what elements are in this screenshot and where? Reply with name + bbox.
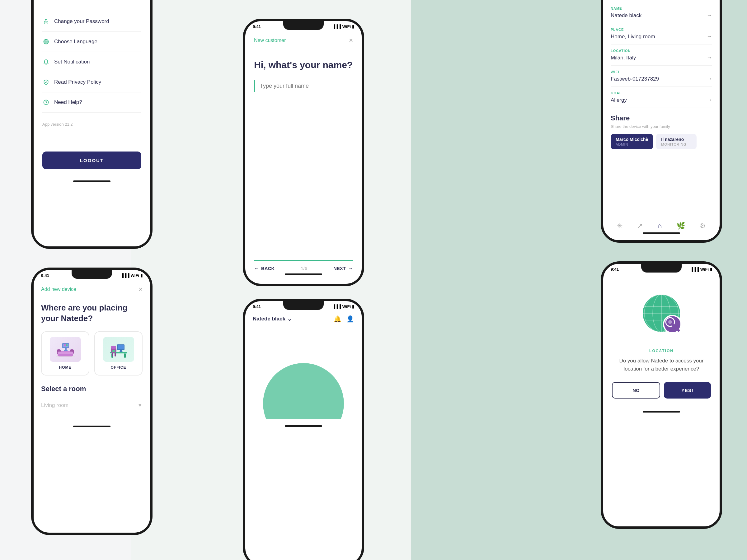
field-label-goal: GOAL: [611, 91, 712, 95]
fan-icon[interactable]: ✳: [617, 222, 622, 230]
logout-button[interactable]: LOGOUT: [42, 152, 141, 169]
page-indicator: 1/6: [301, 266, 307, 271]
notch-2: [283, 21, 324, 30]
location-question: Do you allow Natede to access your locat…: [612, 357, 711, 373]
svg-point-41: [668, 320, 672, 324]
home-nav-icon[interactable]: ⌂: [658, 222, 662, 230]
field-row-goal[interactable]: Allergy →: [611, 97, 712, 103]
room-dropdown[interactable]: Living room ▼: [41, 398, 143, 413]
nav-bar-2: ← BACK 1/6 NEXT →: [245, 255, 362, 284]
share-title: Share: [611, 114, 712, 122]
field-row-name[interactable]: Natede black →: [611, 12, 712, 19]
settings-item-help[interactable]: ? Need Help?: [42, 92, 141, 113]
place-header: Add new device ×: [34, 279, 150, 296]
user-dash-icon[interactable]: 👤: [346, 315, 354, 323]
svg-rect-31: [112, 350, 115, 352]
location-body: LOCATION Do you allow Natede to access y…: [603, 273, 720, 407]
field-row-location[interactable]: Milan, Italy →: [611, 54, 712, 61]
device-selector[interactable]: Natede black ⌄: [253, 316, 292, 322]
phone-new-customer-inner: 9:41 ▐▐▐ WiFi ▮ New customer × Hi, what'…: [245, 21, 362, 284]
notch-5: [283, 301, 324, 310]
signal-icon-6: ▐▐▐: [690, 267, 699, 272]
home-bar-5: [285, 425, 322, 427]
phone-settings-inner: 9:41 ▐▐▐ WiFi ▮ Change your Password: [34, 0, 150, 246]
status-time-4: 9:41: [41, 273, 49, 278]
field-value-wifi: Fastweb-017237829: [611, 76, 659, 82]
field-row-wifi[interactable]: Fastweb-017237829 →: [611, 76, 712, 82]
next-button[interactable]: NEXT →: [333, 266, 353, 271]
device-name: Natede black: [253, 316, 285, 322]
app-version: App version 21.2: [42, 122, 141, 127]
yes-button[interactable]: YES!: [664, 382, 711, 399]
share-user-monitoring[interactable]: Il nazareno MONITORING: [656, 134, 697, 149]
share-user-admin[interactable]: Marco Miccichè ADMIN: [611, 134, 653, 149]
notification-dash-icon[interactable]: 🔔: [334, 315, 341, 323]
back-button[interactable]: ← BACK: [254, 266, 275, 271]
notification-label: Set Notification: [54, 59, 89, 65]
dashboard-header: Natede black ⌄ 🔔 👤: [245, 310, 362, 326]
wifi-icon-2: WiFi: [342, 24, 351, 29]
dropdown-chevron: ▼: [137, 402, 143, 408]
svg-point-1: [46, 22, 47, 23]
settings-item-language[interactable]: Choose Language: [42, 32, 141, 52]
arrow-wifi: →: [706, 76, 712, 82]
settings-content: Change your Password Choose Language: [34, 0, 150, 178]
status-icons-4: ▐▐▐ WiFi ▮: [121, 273, 143, 278]
place-title: Where are you placing your Natede?: [41, 303, 143, 324]
home-bar-6: [643, 411, 680, 412]
arrow-location: →: [706, 54, 712, 61]
back-arrow: ←: [254, 266, 259, 271]
close-button-4[interactable]: ×: [138, 285, 143, 293]
home-bar-4: [73, 426, 110, 427]
home-bar-1: [73, 181, 110, 182]
phone-dashboard: 9:41 ▐▐▐ WiFi ▮ Natede black ⌄ 🔔 👤: [243, 299, 364, 560]
home-option-label: HOME: [59, 365, 72, 370]
air-quality-dome: [263, 363, 344, 419]
signal-icon-4: ▐▐▐: [121, 273, 129, 278]
home-bar-3: [643, 232, 680, 234]
svg-rect-24: [118, 345, 124, 349]
field-name: NAME Natede black →: [611, 2, 712, 23]
battery-icon-2: ▮: [352, 24, 354, 29]
notch-4: [72, 270, 112, 279]
field-label-wifi: WIFI: [611, 70, 712, 74]
svg-rect-29: [114, 353, 116, 356]
close-button-2[interactable]: ×: [349, 36, 353, 45]
new-customer-header: New customer ×: [245, 30, 362, 50]
leaf-icon[interactable]: 🌿: [677, 222, 685, 230]
admin-role: ADMIN: [616, 142, 648, 146]
settings-icon[interactable]: ⚙: [700, 222, 706, 230]
phone-dashboard-inner: 9:41 ▐▐▐ WiFi ▮ Natede black ⌄ 🔔 👤: [245, 301, 362, 560]
home-option[interactable]: HOME: [41, 331, 89, 375]
settings-item-notification[interactable]: Set Notification: [42, 52, 141, 72]
wifi-icon-5: WiFi: [342, 304, 351, 309]
room-select-title: Select a room: [41, 385, 143, 393]
bottom-nav-3: ✳ ↗ ⌂ 🌿 ⚙: [603, 218, 720, 240]
admin-name: Marco Miccichè: [616, 137, 648, 142]
name-input[interactable]: [254, 80, 353, 92]
svg-rect-12: [58, 351, 73, 354]
svg-rect-25: [120, 350, 122, 351]
svg-rect-18: [66, 344, 68, 346]
phone-place-device: 9:41 ▐▐▐ WiFi ▮ Add new device × Where a…: [31, 268, 153, 535]
no-button[interactable]: NO: [612, 382, 660, 399]
signal-icon-2: ▐▐▐: [332, 24, 341, 29]
phone-settings: 9:41 ▐▐▐ WiFi ▮ Change your Password: [31, 0, 153, 249]
phone-device-settings-inner: 9:41 ▐▐▐ WiFi ▮ NAME Natede black → PLAC…: [603, 0, 720, 240]
settings-item-privacy[interactable]: Read Privacy Policy: [42, 72, 141, 92]
phone-location-inner: 9:41 ▐▐▐ WiFi ▮: [603, 264, 720, 526]
bell-icon: [42, 58, 50, 65]
settings-item-password[interactable]: Change your Password: [42, 11, 141, 32]
arrow-name: →: [706, 12, 712, 19]
office-option-label: OFFICE: [111, 365, 126, 370]
office-illustration: [108, 340, 129, 359]
svg-rect-28: [112, 353, 113, 356]
field-wifi: WIFI Fastweb-017237829 →: [611, 65, 712, 87]
nav-items-3: ✳ ↗ ⌂ 🌿 ⚙: [610, 222, 713, 230]
home-bar-2: [285, 273, 322, 275]
field-label-location: LOCATION: [611, 49, 712, 53]
status-time-2: 9:41: [253, 24, 261, 29]
field-row-place[interactable]: Home, Living room →: [611, 33, 712, 40]
chart-icon[interactable]: ↗: [637, 222, 643, 230]
office-option[interactable]: OFFICE: [94, 331, 143, 375]
